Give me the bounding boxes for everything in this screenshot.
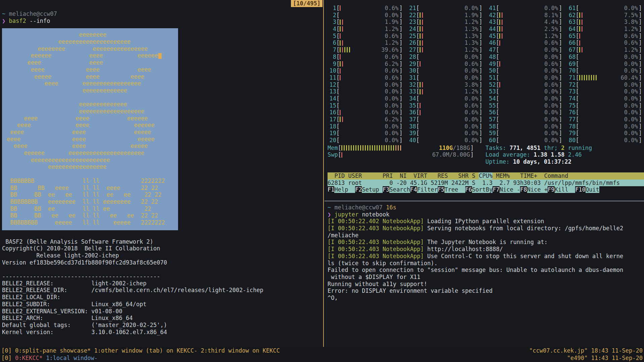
htop-tasks-summary: Tasks: 771, 4851 thr; 2 running Load ave… xyxy=(485,145,592,165)
logo-art-line: eeee eeee eeeee xyxy=(2,129,178,136)
cpu-meter-core-30: 30 [0.0%] xyxy=(407,67,483,74)
cpu-meter-core-15: 15 [0.0%] xyxy=(328,102,403,109)
logo-art-line: eeeeeeee xyxy=(2,31,178,38)
htop-swap-meter: Swp[ 67.0M/8.00G] xyxy=(328,151,475,158)
swap-label: Swp xyxy=(328,151,338,158)
sort-column-cpu[interactable]: CPU% xyxy=(479,172,492,179)
fkey-f5-button[interactable]: F5Tree xyxy=(438,186,465,193)
cpu-meter-core-80: 80 [0.0%] xyxy=(567,137,642,144)
tmux-horizontal-divider[interactable] xyxy=(325,201,644,201)
cpu-meter-core-60: 60 [0.0%] xyxy=(487,137,562,144)
htop-mem-meter: Mem[ 110G/188G] xyxy=(328,145,475,152)
cpu-meter-core-36: 36 [0.6%] xyxy=(407,109,483,116)
logo-art-line xyxy=(2,94,178,101)
logo-art-line: eeeeee eeee eeeeee xyxy=(2,52,178,59)
logo-art-line: BB BB ee ee ll ll ee ee 22 22 xyxy=(2,191,178,198)
cpu-meter-core-1: 1 [0.6%] xyxy=(328,5,403,12)
cpu-meter-core-74: 74 [0.0%] xyxy=(567,95,642,102)
htop-process-row[interactable]: 62813 root 0 -20 45.1G 5219M 2422M S 1.3… xyxy=(328,179,644,187)
jupyter-log-line-12: Error: no DISPLAY environment variable s… xyxy=(328,287,643,294)
cpu-meter-core-64: 64 [1.2%] xyxy=(567,26,642,33)
jupyter-log-line-10: without a $DISPLAY for X11 xyxy=(328,274,643,281)
cpu-meter-core-50: 50 [0.0%] xyxy=(487,67,562,74)
logo-art-line: BB BB ee ll ll ee 22 xyxy=(2,205,178,212)
fkey-f7-button[interactable]: F7Nice - xyxy=(492,186,520,193)
pane-basf2-info[interactable]: ~ meliache@ccw07❯ basf2 --info eeeeeeee … xyxy=(0,0,323,347)
logo-art-line: BB BB eeee ll ll eeee 22 22 xyxy=(2,185,178,192)
fkey-f9-button[interactable]: F9Kill xyxy=(548,186,575,193)
jupyter-log-line-5: [I 00:50:22.403 NotebookApp] The Jupyter… xyxy=(328,239,643,246)
cpu-meter-core-29: 29 [0.6%] xyxy=(407,61,483,68)
logo-art-line: eeeee eeee eeee xyxy=(2,73,178,80)
cpu-meter-core-44: 44 [2.5%] xyxy=(487,26,562,33)
fkey-f8-button[interactable]: F8Nice + xyxy=(520,186,548,193)
cpu-meter-core-48: 48 [0.0%] xyxy=(487,53,562,61)
htop-function-key-bar: F1Help F2Setup F3SearchF4FilterF5Tree F6… xyxy=(328,186,644,193)
tmux-host-clock-outer: "ccw07.cc.kek.jp" 18:43 11-Sep-20 xyxy=(529,347,643,354)
fkey-f2-button[interactable]: F2Setup xyxy=(355,186,383,193)
tmux-window-list-inner[interactable]: [0] 0:KEKCC* 1:local window- xyxy=(1,354,98,362)
fkey-f1-button[interactable]: F1Help xyxy=(328,186,355,193)
cpu-meter-core-7: 7 [39.6%] xyxy=(328,46,403,53)
fkey-f10-button[interactable]: F10Quit xyxy=(575,186,599,193)
cpu-meter-core-47: 47 [0.0%] xyxy=(487,46,562,53)
logo-art-line: eeeeeeeeeeeeeeeeeeeeeee xyxy=(2,157,178,164)
logo-art-line: eeeeeeeeeeeeeeeeeeeee xyxy=(2,38,178,45)
cpu-meter-core-72: 72 [0.0%] xyxy=(567,81,642,88)
cpu-meter-core-61: 61 [0.0%] xyxy=(567,5,642,12)
basf2-info-line: BELLE2_EXTERNALS_VERSION: v01-08-00 xyxy=(2,308,323,315)
cpu-meter-core-70: 70 [0.0%] xyxy=(567,67,642,74)
htop-process-table-header[interactable]: PID USER PRI NI VIRT RES SHR S CPU% MEM%… xyxy=(328,172,644,179)
fkey-f4-button[interactable]: F4Filter xyxy=(410,186,438,193)
cpu-meter-core-65: 65 [0.6%] xyxy=(567,33,642,40)
logo-art-line: eeee eeee eeee xyxy=(2,66,178,73)
pane-htop[interactable]: 1 [0.6%]2 [0.0%]3 [1.9%]4 [1.2%]5 [0.6%]… xyxy=(328,5,642,193)
cpu-meter-core-46: 46 [0.6%] xyxy=(487,39,562,46)
logo-art-line: BB BB ee ee ll ll ee ee 22 22 xyxy=(2,212,178,219)
tmux-pane-indicator-badge: [10/495] xyxy=(291,0,323,7)
fkey-f3-button[interactable]: F3Search xyxy=(383,186,410,193)
tmux-terminal-screen: ~ meliache@ccw07❯ basf2 --info eeeeeeee … xyxy=(0,0,644,362)
cpu-meter-core-79: 79 [0.0%] xyxy=(567,130,642,137)
logo-art-line: eeee eeee eeeee xyxy=(2,136,178,143)
fkey-f6-button[interactable]: F6SortBy xyxy=(465,186,493,193)
cpu-meter-core-71: 71 [60.4%] xyxy=(567,74,642,81)
cpu-meter-core-9: 9 [6.2%] xyxy=(328,61,403,68)
basf2-info-line: BELLE2_RELEASE: light-2002-ichep xyxy=(2,280,323,287)
cpu-meter-core-31: 31 [0.0%] xyxy=(407,74,483,81)
logo-art-line: eeee eeee eeeee xyxy=(2,143,178,150)
cpu-meter-core-2: 2 [0.0%] xyxy=(328,12,403,19)
tmux-vertical-divider[interactable] xyxy=(323,0,324,347)
tmux-window-list-outer[interactable]: [0] 0:split-pane showcase* 1:other windo… xyxy=(1,347,280,354)
cpu-meter-core-11: 11 [0.6%] xyxy=(328,74,403,81)
cpu-meter-core-76: 76 [0.0%] xyxy=(567,109,642,116)
cpu-meter-core-17: 17 [6.2%] xyxy=(328,116,403,123)
cpu-meter-core-24: 24 [1.3%] xyxy=(407,26,483,33)
cpu-meter-core-67: 67 [1.2%] xyxy=(567,46,642,53)
logo-art-line: eeee eeee eeeeee xyxy=(2,115,178,122)
cpu-meter-core-4: 4 [1.2%] xyxy=(328,26,403,33)
cpu-meter-core-59: 59 [0.0%] xyxy=(487,130,562,137)
shell-prompt-basf2: ~ meliache@ccw07❯ basf2 --info xyxy=(2,10,323,24)
pane-jupyter-notebook[interactable]: ~ meliache@ccw07 16s❯ jupyter notebook[I… xyxy=(328,204,643,301)
logo-art-line: eeeeee eeeeeeeeeeeeeeeeeeeeee xyxy=(2,150,178,157)
cpu-meter-core-16: 16 [0.6%] xyxy=(328,109,403,116)
htop-cpu-meters: 1 [0.6%]2 [0.0%]3 [1.9%]4 [1.2%]5 [0.6%]… xyxy=(328,5,642,144)
cpu-meter-core-42: 42 [8.1%] xyxy=(487,12,562,19)
cpu-meter-core-10: 10 [0.6%] xyxy=(328,67,403,74)
cpu-meter-core-68: 68 [0.0%] xyxy=(567,53,642,61)
cpu-meter-core-51: 51 [0.0%] xyxy=(487,74,562,81)
basf2-info-line: BELLE2_LOCAL_DIR: xyxy=(2,294,323,301)
basf2-info-line: BASF2 (Belle Analysis Software Framework… xyxy=(2,238,323,245)
basf2-version-info: BASF2 (Belle Analysis Software Framework… xyxy=(2,238,323,336)
basf2-info-line: BELLE2_SUBDIR: Linux_x86_64/opt xyxy=(2,301,323,308)
cpu-meter-core-66: 66 [0.6%] xyxy=(567,39,642,46)
jupyter-log-line-6: [I 00:50:22.403 NotebookApp] http://loca… xyxy=(328,246,643,253)
basf2-logo-ascii-art: eeeeeeee eeeeeeeeeeeeeeeeeeeee eeeeeeee … xyxy=(2,28,178,230)
htop-memory-block: Mem[ 110G/188G] Swp[ 67.0M/8.00G] Tasks:… xyxy=(328,145,642,165)
cpu-meter-core-41: 41 [0.0%] xyxy=(487,5,562,12)
tmux-status-bar-inner: [0] 0:KEKCC* 1:local window- "e490" 11:4… xyxy=(0,354,644,362)
cpu-meter-core-5: 5 [0.6%] xyxy=(328,33,403,40)
cpu-meter-core-49: 49 [0.6%] xyxy=(487,61,562,68)
tmux-status-bars: [0] 0:split-pane showcase* 1:other windo… xyxy=(0,347,644,362)
